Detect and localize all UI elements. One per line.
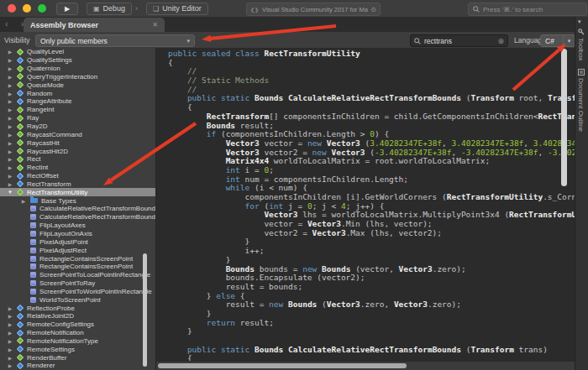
tree-item-label: RaycastHit2D [27, 148, 68, 155]
class-icon [17, 313, 24, 320]
run-button[interactable]: ▶ [56, 3, 78, 15]
code-line: // Static Methods [168, 76, 575, 86]
tree-item-screenpointtolocalpointinrectangle[interactable]: ScreenPointToLocalPointInRectangle [0, 271, 155, 279]
tree-item-label: Ray [27, 114, 39, 122]
expander-icon[interactable]: ▶ [7, 362, 13, 368]
tree-item-recttransform[interactable]: ▶RectTransform [0, 180, 155, 189]
editor-vertical-scrollbar[interactable] [561, 49, 567, 186]
tree-item-calculaterelativerecttransformbounds[interactable]: CalculateRelativeRectTransformBounds [0, 205, 155, 213]
expander-icon[interactable]: ▶ [7, 107, 13, 112]
visibility-dropdown[interactable]: Only public members ▾ [35, 34, 195, 47]
run-target-button[interactable]: ❏ Unity Editor [146, 3, 208, 15]
tree-item-remoteconfigsettings[interactable]: ▶RemoteConfigSettings [0, 320, 155, 329]
tree-item-rectoffset[interactable]: ▶RectOffset [0, 172, 155, 180]
expander-icon[interactable]: ▶ [7, 173, 13, 179]
tab-overflow-button[interactable]: ▾ [578, 18, 581, 25]
expander-icon[interactable]: ▶ [7, 181, 13, 187]
expander-icon[interactable]: ▶ [7, 347, 13, 352]
tree-item-renderbuffer[interactable]: ▶RenderBuffer [0, 353, 155, 362]
expander-icon[interactable]: ▶ [7, 132, 13, 138]
expander-icon[interactable]: ▶ [7, 355, 13, 361]
pad-tab-document-outline[interactable]: Document Outline [577, 69, 585, 132]
expander-icon[interactable]: ▶ [7, 115, 13, 121]
tree-item-relativejoint2d[interactable]: ▶RelativeJoint2D [0, 312, 155, 320]
tree-item-rangeattribute[interactable]: ▶RangeAttribute [0, 97, 155, 106]
tree-item-remotenotificationtype[interactable]: ▶RemoteNotificationType [0, 337, 155, 346]
chevron-down-icon[interactable]: ▾ [563, 35, 575, 46]
pad-tab-toolbox[interactable]: Toolbox [577, 29, 585, 61]
close-window-button[interactable] [8, 4, 16, 13]
tree-item-fliplayoutonaxis[interactable]: FlipLayoutOnAxis [0, 230, 155, 238]
expander-icon[interactable]: ▶ [7, 65, 13, 71]
tree-item-qualitylevel[interactable]: ▶QualityLevel [0, 48, 155, 56]
tree-item-pixeladjustrect[interactable]: PixelAdjustRect [0, 246, 155, 254]
minimize-window-button[interactable] [23, 4, 31, 13]
expander-icon[interactable]: ▶ [20, 198, 27, 204]
expander-icon[interactable]: ▶ [7, 164, 13, 170]
tree-item-calculaterelativerecttransformbounds[interactable]: CalculateRelativeRectTransformBounds [0, 213, 155, 221]
tree-item-ray[interactable]: ▶Ray [0, 114, 155, 122]
tree-item-remotesettings[interactable]: ▶RemoteSettings [0, 345, 155, 353]
expander-icon[interactable]: ▶ [7, 338, 13, 344]
tree-item-screenpointtoray[interactable]: ScreenPointToRay [0, 279, 155, 288]
expander-icon[interactable]: ▼ [7, 190, 13, 195]
tree-item-screenpointtoworldpointinrectangle[interactable]: ScreenPointToWorldPointInRectangle [0, 287, 155, 295]
struct-icon [17, 49, 24, 55]
sidebar-scrollbar[interactable] [143, 253, 147, 367]
tree-item-fliplayoutaxes[interactable]: FlipLayoutAxes [0, 221, 155, 230]
code-editor[interactable]: public sealed class RectTransformUtility… [156, 48, 575, 370]
tree-item-random[interactable]: ▶Random [0, 89, 155, 97]
expander-icon[interactable]: ▶ [7, 313, 13, 319]
editor-horizontal-scrollbar-track[interactable] [156, 361, 575, 370]
expander-icon[interactable]: ▶ [7, 156, 13, 162]
tree-item-label: ScreenPointToRay [39, 279, 95, 287]
status-progress-icon[interactable]: ⊙ [371, 6, 376, 13]
tree-item-rect[interactable]: ▶Rect [0, 155, 155, 164]
tree-item-remotenotification[interactable]: ▶RemoteNotification [0, 329, 155, 337]
tree-item-recttransformutility[interactable]: ▼RectTransformUtility [0, 188, 155, 196]
tree-item-qualitysettings[interactable]: ▶QualitySettings [0, 56, 155, 65]
expander-icon[interactable]: ▶ [7, 74, 13, 80]
expander-icon[interactable]: ▶ [7, 82, 13, 88]
nav-back-button[interactable]: ‹ [5, 18, 13, 29]
expander-icon[interactable]: ▶ [7, 321, 13, 327]
expander-icon[interactable]: ▶ [7, 98, 13, 104]
tree-item-base-types[interactable]: ▶Base Types [0, 196, 155, 205]
class-icon [17, 180, 24, 187]
tree-item-raycasthit[interactable]: ▶RaycastHit [0, 138, 155, 147]
tree-item-rectanglecontainsscreenpoint[interactable]: RectangleContainsScreenPoint [0, 263, 155, 271]
expander-icon[interactable]: ▶ [7, 123, 13, 129]
tree-item-label: PixelAdjustPoint [39, 238, 88, 246]
language-dropdown[interactable]: C# ▾ [540, 34, 575, 47]
editor-horizontal-scrollbar[interactable] [158, 363, 407, 368]
expander-icon[interactable]: ▶ [7, 330, 13, 336]
zoom-window-button[interactable] [38, 4, 46, 13]
tree-item-reflectionprobe[interactable]: ▶ReflectionProbe [0, 304, 155, 312]
type-search-input[interactable]: recttrans ⊗ [410, 34, 508, 47]
expander-icon[interactable]: ▶ [7, 140, 13, 146]
tree-item-rectanglecontainsscreenpoint[interactable]: RectangleContainsScreenPoint [0, 254, 155, 263]
tree-item-rangeint[interactable]: ▶RangeInt [0, 106, 155, 114]
expander-icon[interactable]: ▶ [7, 49, 13, 55]
tree-item-raycastcommand[interactable]: ▶RaycastCommand [0, 130, 155, 138]
tab-assembly-browser[interactable]: Assembly Browser ✕ [24, 18, 165, 32]
debug-config-button[interactable]: ▣ Debug [87, 3, 132, 15]
expander-icon[interactable]: ▶ [7, 57, 13, 63]
expander-icon[interactable]: ▶ [7, 149, 13, 154]
tree-item-worldtoscreenpoint[interactable]: WorldToScreenPoint [0, 295, 155, 304]
tree-item-ray2d[interactable]: ▶Ray2D [0, 122, 155, 131]
tree-item-renderer[interactable]: ▶Renderer [0, 362, 155, 370]
tree-item-queuemode[interactable]: ▶QueueMode [0, 81, 155, 89]
class-icon [17, 172, 24, 179]
tree-item-pixeladjustpoint[interactable]: PixelAdjustPoint [0, 237, 155, 246]
tree-item-querytriggerinteraction[interactable]: ▶QueryTriggerInteraction [0, 73, 155, 81]
tree-item-rectint[interactable]: ▶RectInt [0, 164, 155, 172]
expander-icon[interactable]: ▶ [7, 91, 13, 96]
expander-icon[interactable]: ▶ [7, 305, 13, 311]
tree-item-quaternion[interactable]: ▶Quaternion [0, 65, 155, 73]
clear-search-icon[interactable]: ⊗ [497, 37, 504, 45]
global-search-field[interactable]: Press '⌘.' to search [468, 3, 587, 16]
tree-item-raycasthit2d[interactable]: ▶RaycastHit2D [0, 147, 155, 155]
main-area: ▶QualityLevel▶QualitySettings▶Quaternion… [0, 48, 588, 370]
tab-close-icon[interactable]: ✕ [152, 21, 158, 29]
